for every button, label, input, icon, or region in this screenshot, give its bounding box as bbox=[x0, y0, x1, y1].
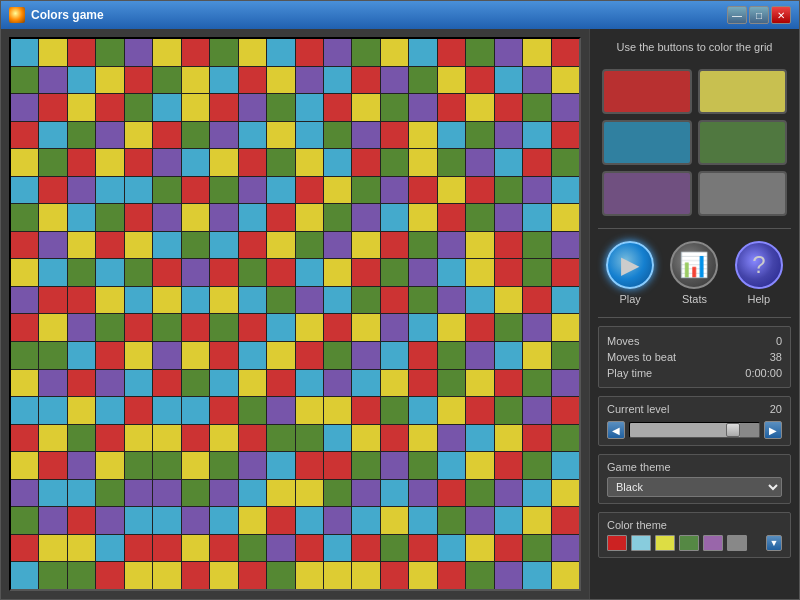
grid-cell[interactable] bbox=[552, 480, 579, 507]
grid-cell[interactable] bbox=[466, 562, 493, 589]
grid-cell[interactable] bbox=[11, 397, 38, 424]
grid-cell[interactable] bbox=[495, 562, 522, 589]
grid-cell[interactable] bbox=[153, 507, 180, 534]
grid-cell[interactable] bbox=[68, 342, 95, 369]
grid-cell[interactable] bbox=[239, 39, 266, 66]
grid-cell[interactable] bbox=[68, 67, 95, 94]
grid-cell[interactable] bbox=[495, 259, 522, 286]
grid-cell[interactable] bbox=[352, 177, 379, 204]
grid-cell[interactable] bbox=[267, 94, 294, 121]
grid-cell[interactable] bbox=[409, 480, 436, 507]
grid-cell[interactable] bbox=[495, 342, 522, 369]
grid-cell[interactable] bbox=[552, 370, 579, 397]
grid-cell[interactable] bbox=[466, 314, 493, 341]
grid-cell[interactable] bbox=[267, 397, 294, 424]
slider-right-arrow[interactable]: ▶ bbox=[764, 421, 782, 439]
grid-cell[interactable] bbox=[125, 259, 152, 286]
grid-cell[interactable] bbox=[267, 259, 294, 286]
grid-cell[interactable] bbox=[39, 67, 66, 94]
grid-cell[interactable] bbox=[438, 204, 465, 231]
grid-cell[interactable] bbox=[466, 397, 493, 424]
grid-cell[interactable] bbox=[523, 397, 550, 424]
grid-cell[interactable] bbox=[267, 149, 294, 176]
grid-cell[interactable] bbox=[239, 535, 266, 562]
grid-cell[interactable] bbox=[267, 507, 294, 534]
grid-cell[interactable] bbox=[552, 177, 579, 204]
grid-cell[interactable] bbox=[381, 562, 408, 589]
slider-left-arrow[interactable]: ◀ bbox=[607, 421, 625, 439]
grid-cell[interactable] bbox=[324, 370, 351, 397]
grid-cell[interactable] bbox=[210, 67, 237, 94]
grid-cell[interactable] bbox=[296, 342, 323, 369]
grid-cell[interactable] bbox=[466, 370, 493, 397]
grid-cell[interactable] bbox=[466, 535, 493, 562]
grid-cell[interactable] bbox=[324, 149, 351, 176]
grid-cell[interactable] bbox=[68, 535, 95, 562]
grid-cell[interactable] bbox=[495, 425, 522, 452]
grid-cell[interactable] bbox=[324, 562, 351, 589]
grid-cell[interactable] bbox=[438, 122, 465, 149]
grid-cell[interactable] bbox=[267, 232, 294, 259]
grid-cell[interactable] bbox=[523, 94, 550, 121]
grid-cell[interactable] bbox=[125, 39, 152, 66]
grid-cell[interactable] bbox=[466, 507, 493, 534]
grid-cell[interactable] bbox=[296, 370, 323, 397]
grid-cell[interactable] bbox=[381, 67, 408, 94]
grid-cell[interactable] bbox=[153, 287, 180, 314]
grid-cell[interactable] bbox=[125, 122, 152, 149]
grid-cell[interactable] bbox=[352, 314, 379, 341]
grid-cell[interactable] bbox=[495, 507, 522, 534]
grid-cell[interactable] bbox=[210, 562, 237, 589]
grid-cell[interactable] bbox=[125, 370, 152, 397]
grid-cell[interactable] bbox=[68, 452, 95, 479]
grid-cell[interactable] bbox=[324, 342, 351, 369]
grid-cell[interactable] bbox=[466, 480, 493, 507]
minimize-button[interactable]: — bbox=[727, 6, 747, 24]
grid-cell[interactable] bbox=[96, 397, 123, 424]
grid-cell[interactable] bbox=[296, 177, 323, 204]
grid-cell[interactable] bbox=[210, 480, 237, 507]
grid-cell[interactable] bbox=[352, 204, 379, 231]
grid-cell[interactable] bbox=[11, 122, 38, 149]
grid-cell[interactable] bbox=[495, 177, 522, 204]
grid-cell[interactable] bbox=[466, 177, 493, 204]
grid-cell[interactable] bbox=[409, 425, 436, 452]
grid-cell[interactable] bbox=[409, 287, 436, 314]
grid-cell[interactable] bbox=[210, 287, 237, 314]
grid-cell[interactable] bbox=[381, 177, 408, 204]
grid-cell[interactable] bbox=[125, 425, 152, 452]
grid-cell[interactable] bbox=[96, 122, 123, 149]
grid-cell[interactable] bbox=[466, 232, 493, 259]
grid-cell[interactable] bbox=[267, 452, 294, 479]
grid-cell[interactable] bbox=[352, 232, 379, 259]
grid-cell[interactable] bbox=[182, 314, 209, 341]
grid-cell[interactable] bbox=[182, 507, 209, 534]
grid-cell[interactable] bbox=[210, 314, 237, 341]
grid-cell[interactable] bbox=[39, 535, 66, 562]
grid-cell[interactable] bbox=[210, 259, 237, 286]
grid-cell[interactable] bbox=[239, 480, 266, 507]
grid-cell[interactable] bbox=[39, 287, 66, 314]
grid-cell[interactable] bbox=[495, 122, 522, 149]
grid-cell[interactable] bbox=[381, 342, 408, 369]
grid-cell[interactable] bbox=[324, 39, 351, 66]
grid-cell[interactable] bbox=[495, 67, 522, 94]
grid-cell[interactable] bbox=[296, 314, 323, 341]
grid-cell[interactable] bbox=[182, 452, 209, 479]
grid-cell[interactable] bbox=[153, 67, 180, 94]
grid-cell[interactable] bbox=[552, 452, 579, 479]
grid-cell[interactable] bbox=[153, 425, 180, 452]
grid-cell[interactable] bbox=[466, 259, 493, 286]
grid-cell[interactable] bbox=[267, 480, 294, 507]
grid-cell[interactable] bbox=[239, 562, 266, 589]
grid-cell[interactable] bbox=[239, 122, 266, 149]
grid-cell[interactable] bbox=[11, 67, 38, 94]
grid-cell[interactable] bbox=[523, 452, 550, 479]
grid-cell[interactable] bbox=[267, 425, 294, 452]
grid-cell[interactable] bbox=[438, 370, 465, 397]
grid-cell[interactable] bbox=[39, 562, 66, 589]
grid-cell[interactable] bbox=[239, 452, 266, 479]
grid-cell[interactable] bbox=[11, 39, 38, 66]
grid-cell[interactable] bbox=[523, 507, 550, 534]
grid-cell[interactable] bbox=[96, 562, 123, 589]
